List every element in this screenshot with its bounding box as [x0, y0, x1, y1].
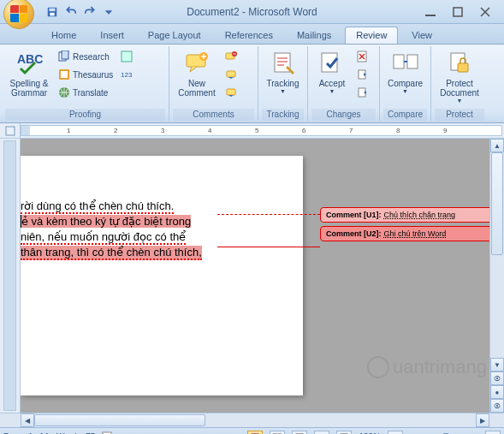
thesaurus-button[interactable]: Thesaurus	[55, 66, 116, 83]
view-web-layout-icon[interactable]	[292, 431, 307, 435]
word-count-icon[interactable]: 123	[118, 66, 135, 83]
svg-rect-18	[227, 89, 235, 95]
accept-icon	[318, 50, 346, 77]
tab-insert[interactable]: Insert	[90, 27, 134, 44]
office-button[interactable]	[3, 0, 34, 29]
document-page[interactable]: rời dùng có thể chèn chú thích. ẻ và kèm…	[21, 156, 303, 395]
group-changes: Accept ▼ Changes	[308, 46, 380, 121]
vertical-ruler[interactable]	[0, 139, 21, 413]
tab-home[interactable]: Home	[41, 27, 86, 44]
set-language-icon[interactable]	[118, 48, 135, 65]
scroll-right-icon[interactable]: ▶	[476, 413, 489, 427]
research-button[interactable]: Research	[55, 48, 116, 65]
svg-text:123: 123	[121, 71, 133, 79]
office-logo-icon	[10, 5, 27, 22]
tab-review[interactable]: Review	[345, 27, 398, 44]
previous-change-icon[interactable]	[354, 66, 371, 83]
next-comment-icon[interactable]	[222, 84, 240, 101]
close-button[interactable]	[477, 5, 494, 19]
group-proofing: ABC Spelling & Grammar Research Thesauru…	[2, 46, 169, 121]
view-draft-icon[interactable]	[336, 431, 352, 435]
group-label-comments: Comments	[173, 109, 254, 121]
view-full-screen-icon[interactable]	[270, 431, 285, 435]
zoom-in-icon[interactable]: +	[485, 431, 501, 435]
tracking-button[interactable]: Tracking ▼	[262, 48, 304, 96]
ruler-corner[interactable]	[0, 123, 21, 138]
new-comment-button[interactable]: New Comment	[173, 48, 221, 99]
chevron-down-icon: ▼	[457, 98, 463, 104]
ruler-tick: 1	[67, 127, 70, 134]
view-outline-icon[interactable]	[314, 431, 329, 435]
watermark: uantrimang	[367, 356, 487, 378]
compare-button[interactable]: Compare ▼	[383, 48, 427, 96]
browse-object-icon[interactable]: ●	[490, 385, 504, 399]
svg-rect-9	[61, 71, 68, 78]
scroll-thumb[interactable]	[34, 414, 205, 426]
tab-references[interactable]: References	[215, 27, 283, 44]
horizontal-ruler-row: /*nums drawn below via JS*/ 123456789	[0, 123, 504, 139]
spelling-grammar-button[interactable]: ABC Spelling & Grammar	[5, 48, 53, 99]
qat-customize-icon[interactable]	[101, 4, 116, 20]
chevron-down-icon: ▼	[402, 88, 408, 94]
ribbon-tabs: Home Insert Page Layout References Maili…	[0, 24, 504, 45]
horizontal-ruler[interactable]: /*nums drawn below via JS*/ 123456789	[21, 125, 502, 136]
scroll-up-icon[interactable]: ▲	[490, 139, 504, 152]
compare-icon	[392, 50, 419, 77]
redo-icon[interactable]	[82, 4, 98, 20]
group-comments: New Comment Comments	[169, 46, 258, 121]
delete-comment-icon[interactable]	[222, 48, 240, 65]
svg-rect-11	[122, 51, 132, 62]
proofing-status-icon[interactable]	[102, 431, 114, 435]
quick-access-toolbar	[44, 4, 116, 20]
protect-document-button[interactable]: Protect Document ▼	[435, 48, 484, 105]
comment-balloon[interactable]: Comment [U2]:Ghi chú trên Word	[320, 226, 495, 241]
svg-rect-2	[50, 12, 54, 15]
svg-rect-1	[50, 8, 56, 11]
window-title: Document2 - Microsoft Word	[187, 6, 317, 18]
next-page-icon[interactable]: ⦿	[490, 399, 504, 413]
tab-page-layout[interactable]: Page Layout	[138, 27, 211, 44]
accept-button[interactable]: Accept ▼	[311, 48, 353, 96]
translate-icon	[58, 86, 70, 98]
document-text[interactable]: rời dùng có thể chèn chú thích. ẻ và kèm…	[21, 199, 293, 260]
ruler-tick: 9	[443, 127, 447, 134]
minimize-button[interactable]	[422, 5, 439, 19]
translate-button[interactable]: Translate	[55, 84, 116, 101]
scroll-left-icon[interactable]: ◀	[21, 413, 34, 427]
reject-icon[interactable]	[354, 48, 371, 65]
ribbon: ABC Spelling & Grammar Research Thesauru…	[0, 45, 504, 123]
scroll-thumb[interactable]	[491, 152, 503, 255]
svg-rect-24	[394, 55, 404, 68]
horizontal-scrollbar[interactable]: ◀ ▶	[0, 413, 504, 427]
tracking-icon	[270, 50, 297, 77]
research-icon	[58, 51, 70, 62]
group-compare: Compare ▼ Compare	[380, 46, 431, 121]
group-tracking: Tracking ▼ Tracking	[258, 46, 308, 121]
previous-comment-icon[interactable]	[222, 66, 240, 83]
document-workspace: rời dùng có thể chèn chú thích. ẻ và kèm…	[0, 139, 504, 413]
zoom-out-icon[interactable]: −	[388, 431, 403, 435]
tab-view[interactable]: View	[401, 27, 442, 44]
svg-rect-4	[454, 8, 462, 16]
save-icon[interactable]	[44, 4, 60, 20]
view-print-layout-icon[interactable]	[247, 431, 263, 435]
previous-page-icon[interactable]: ⦿	[490, 372, 504, 385]
ruler-tick: 7	[349, 127, 353, 134]
group-label-tracking: Tracking	[262, 109, 304, 121]
next-change-icon[interactable]	[354, 84, 371, 101]
document-area[interactable]: rời dùng có thể chèn chú thích. ẻ và kèm…	[21, 139, 504, 413]
new-comment-icon	[183, 50, 210, 77]
comment-balloon[interactable]: Comment [U1]:Chú thích chân trang	[320, 207, 495, 223]
group-protect: Protect Document ▼ Protect	[431, 46, 488, 121]
scroll-down-icon[interactable]: ▼	[490, 358, 504, 372]
svg-rect-7	[62, 51, 68, 59]
tab-mailings[interactable]: Mailings	[287, 27, 341, 44]
group-label-proofing: Proofing	[5, 109, 165, 121]
maximize-button[interactable]	[449, 5, 466, 19]
undo-icon[interactable]	[63, 4, 79, 20]
vertical-scrollbar[interactable]: ▲ ▼ ⦿ ● ⦿	[489, 139, 504, 413]
svg-rect-25	[407, 55, 418, 68]
ruler-tick: 4	[208, 127, 211, 134]
group-label-protect: Protect	[435, 109, 484, 121]
title-bar: Document2 - Microsoft Word	[0, 0, 504, 24]
